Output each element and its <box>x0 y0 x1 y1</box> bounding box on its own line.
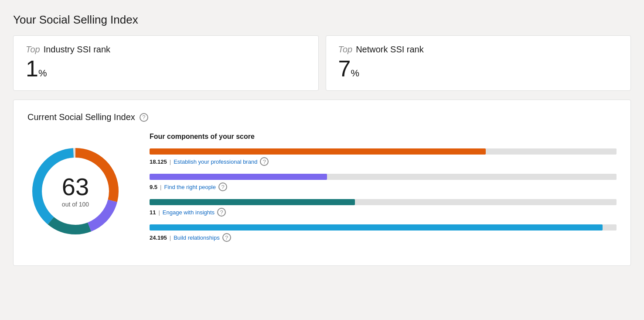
bar-fill-2 <box>150 199 355 205</box>
network-rank-title: Network SSI rank <box>356 45 424 55</box>
ssi-main-content: 63 out of 100 Four components of your sc… <box>27 133 617 250</box>
donut-chart: 63 out of 100 <box>27 143 123 239</box>
ssi-card-title: Current Social Selling Index ? <box>27 112 617 122</box>
ssi-help-icon[interactable]: ? <box>140 113 148 122</box>
bar-name-0[interactable]: Establish your professional brand <box>174 158 257 165</box>
bar-label-3: 24.195 | Build relationships ? <box>150 233 617 242</box>
ssi-card: Current Social Selling Index ? <box>13 100 631 266</box>
bar-fill-0 <box>150 148 486 155</box>
bar-item-0: 18.125 | Establish your professional bra… <box>150 148 617 166</box>
bar-score-1: 9.5 <box>150 184 157 190</box>
bar-item-3: 24.195 | Build relationships ? <box>150 224 617 242</box>
bar-help-icon-3[interactable]: ? <box>222 233 231 242</box>
network-top-label: Top <box>338 45 353 55</box>
industry-rank-title: Industry SSI rank <box>44 45 110 55</box>
bar-label-1: 9.5 | Find the right people ? <box>150 182 617 191</box>
page-title: Your Social Selling Index <box>13 13 631 27</box>
bar-track-1 <box>150 174 617 180</box>
bar-track-2 <box>150 199 617 205</box>
bar-label-2: 11 | Engage with insights ? <box>150 208 617 217</box>
donut-label: out of 100 <box>62 201 89 208</box>
industry-rank-header: Top Industry SSI rank <box>26 45 306 55</box>
bar-fill-3 <box>150 224 603 231</box>
industry-top-label: Top <box>26 45 40 55</box>
bars-title: Four components of your score <box>150 133 617 141</box>
bar-item-2: 11 | Engage with insights ? <box>150 199 617 217</box>
bar-score-0: 18.125 <box>150 158 167 165</box>
bar-name-3[interactable]: Build relationships <box>174 234 220 241</box>
bar-fill-1 <box>150 174 327 180</box>
bar-help-icon-0[interactable]: ? <box>260 157 269 166</box>
bar-track-0 <box>150 148 617 155</box>
donut-section: 63 out of 100 <box>27 143 123 239</box>
bar-item-1: 9.5 | Find the right people ? <box>150 174 617 191</box>
bar-label-0: 18.125 | Establish your professional bra… <box>150 157 617 166</box>
industry-rank-value: 1% <box>26 57 306 80</box>
bar-name-2[interactable]: Engage with insights <box>163 209 215 216</box>
bar-track-3 <box>150 224 617 231</box>
network-rank-card: Top Network SSI rank 7% <box>326 35 631 91</box>
bar-score-2: 11 <box>150 209 156 216</box>
bar-score-3: 24.195 <box>150 234 167 241</box>
donut-score: 63 <box>62 175 89 199</box>
industry-rank-card: Top Industry SSI rank 1% <box>13 35 319 91</box>
bars-section: Four components of your score 18.125 | E… <box>150 133 617 250</box>
network-rank-value: 7% <box>338 57 619 80</box>
network-rank-header: Top Network SSI rank <box>338 45 619 55</box>
rank-cards: Top Industry SSI rank 1% Top Network SSI… <box>13 35 631 91</box>
bar-help-icon-2[interactable]: ? <box>217 208 226 217</box>
bar-help-icon-1[interactable]: ? <box>218 182 227 191</box>
bar-name-1[interactable]: Find the right people <box>164 184 216 190</box>
donut-center: 63 out of 100 <box>62 175 89 208</box>
